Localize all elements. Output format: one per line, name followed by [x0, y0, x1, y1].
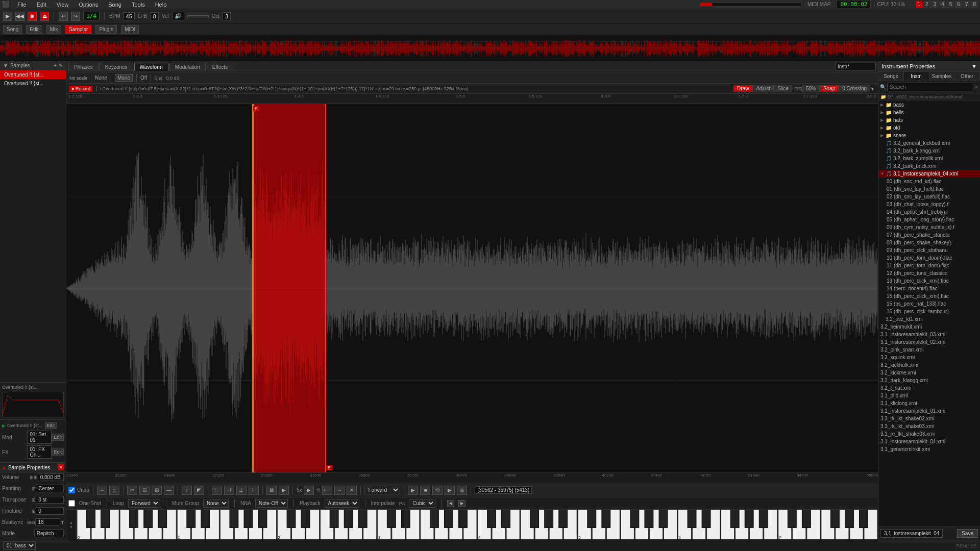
mod-value[interactable]: 01: Set 01	[27, 431, 52, 444]
instr-tab-songs[interactable]: Songs	[878, 72, 904, 81]
tree-file-01[interactable]: 01 (dh_snc_lay_heft).flac	[878, 185, 980, 193]
tree-file-14[interactable]: 14 (perc_nocentri).flac	[878, 285, 980, 292]
pb-pad-btn[interactable]: ⊣	[224, 486, 234, 495]
mod-edit-btn[interactable]: Edit	[52, 434, 64, 441]
pb-zoom-btn[interactable]: ⊠	[266, 486, 277, 495]
tree-file-rk-shake02[interactable]: 3.3_rk_lkt_shake02.xrni	[878, 415, 980, 422]
menu-edit[interactable]: Edit	[35, 2, 48, 8]
samples-add-btn[interactable]: +	[54, 63, 57, 68]
play-sel-btn2[interactable]: ▶	[445, 486, 455, 495]
tree-file-06[interactable]: 06 (dh_cym_noisy_subtle_s).f	[878, 223, 980, 231]
transpose-value[interactable]: 0 st	[36, 496, 64, 504]
crossing-dropdown[interactable]: ▼	[870, 86, 875, 91]
overview-waveform[interactable]	[0, 36, 980, 61]
record-indicator[interactable]: ● Record	[69, 86, 92, 92]
tab-effects[interactable]: Effects	[207, 63, 233, 71]
pb-delete-btn[interactable]: —	[164, 486, 174, 495]
zoom-value[interactable]: 50%	[802, 85, 820, 92]
undo-checkbox[interactable]	[68, 487, 75, 493]
tab-waveform[interactable]: Waveform	[134, 63, 168, 71]
edit-instrument-btn[interactable]: Edit	[45, 422, 57, 429]
tab-phrases[interactable]: Phrases	[68, 63, 99, 71]
tab-modulation[interactable]: Modulation	[169, 63, 206, 71]
nav-back[interactable]: ↩	[59, 12, 68, 21]
pb-normalize-btn[interactable]: ↕	[182, 486, 192, 495]
song-btn[interactable]: Song	[3, 25, 22, 34]
menu-tools[interactable]: Tools	[130, 2, 147, 8]
loop-rev-btn[interactable]: ⟵	[322, 486, 332, 495]
oneshot-checkbox[interactable]	[68, 500, 75, 507]
loop-fwd-btn[interactable]: ▶	[304, 486, 314, 495]
tree-file-12[interactable]: 12 (dh_perc_tune_classico	[878, 269, 980, 277]
loop-pingpong-btn[interactable]: ↔	[334, 486, 345, 495]
panning-value[interactable]: Center	[36, 485, 64, 492]
tree-file-kickbutt[interactable]: 🎵 3.2_general_kickbutt.xrni	[878, 139, 980, 147]
record-button[interactable]: ⏺	[28, 12, 37, 21]
play-button[interactable]: ▶	[3, 12, 12, 21]
tree-file-10[interactable]: 10 (dh_perc_torn_doom).flac	[878, 254, 980, 262]
tree-file-05[interactable]: 05 (dh_aphat_long_story).flac	[878, 216, 980, 223]
midi-btn[interactable]: MIDI	[121, 25, 139, 34]
tree-file-16[interactable]: 16 (dh_perc_clck_tambour)	[878, 308, 980, 315]
tree-file-genericminkit[interactable]: 3.1_genericminkit.xrni	[878, 445, 980, 453]
tree-file-13[interactable]: 13 (dh_perc_click_xrni).flac	[878, 277, 980, 285]
tree-file-instorekit04b[interactable]: 3.1_instoresamplekit_04.xrni	[878, 438, 980, 445]
tree-file-uvz[interactable]: 3.2_uvz_kt1.xrni	[878, 315, 980, 323]
pattern-button[interactable]: ⏏	[40, 12, 49, 21]
tree-file-bark-klangg[interactable]: 🎵 3.2_bark_klangg.xrni	[878, 147, 980, 155]
menu-options[interactable]: Options	[77, 2, 100, 8]
tab-keyzones[interactable]: Keyzones	[100, 63, 133, 71]
draw-btn[interactable]: Draw	[733, 85, 752, 92]
tree-file-squlok[interactable]: 3.2_squlok.xrni	[878, 354, 980, 361]
pb-copy-btn[interactable]: ⊡	[139, 486, 150, 495]
oct-value[interactable]: 3	[223, 12, 231, 20]
pb-warp-btn[interactable]: ⊥	[236, 486, 247, 495]
mute-group-select[interactable]: None	[203, 499, 229, 508]
tree-folder-old[interactable]: ▶ 📁 old	[878, 124, 980, 132]
snap-btn[interactable]: Snap	[820, 85, 839, 92]
pb-fade-btn[interactable]: ◤	[194, 486, 204, 495]
tree-file-instorekit03[interactable]: 3.1_instoresamplekit_03.xrni	[878, 331, 980, 338]
waveform-view[interactable]: S E	[66, 104, 878, 472]
loop-dir-select[interactable]: Forward	[128, 499, 160, 508]
beatsync-value[interactable]: 16	[35, 518, 60, 526]
fx-value[interactable]: 01: FX Ch...	[27, 445, 52, 459]
edit-btn[interactable]: Edit	[26, 25, 42, 34]
pb-glue-btn[interactable]: ⊦	[249, 486, 259, 495]
playback-select[interactable]: Autoseek	[325, 499, 359, 508]
pb-paste-btn[interactable]: ⊞	[152, 486, 162, 495]
sampler-btn[interactable]: Sampler	[65, 25, 91, 34]
vel-value[interactable]: 🔊	[172, 12, 184, 20]
finetune-value[interactable]: 0	[36, 507, 64, 515]
pb-reverse-btn[interactable]: ↔	[97, 486, 107, 495]
tree-folder-bells[interactable]: ▶ 📁 bells	[878, 109, 980, 116]
small-play-1[interactable]: ◀	[447, 500, 454, 507]
tree-folder-snare[interactable]: ▶ 📁 snare	[878, 132, 980, 139]
menu-view[interactable]: View	[55, 2, 71, 8]
instr-tab-samples[interactable]: Samples	[929, 72, 955, 81]
tree-file-re-shake03[interactable]: 3.1_re_lkt_shake03.xrni	[878, 430, 980, 438]
instrument-item-0[interactable]: Overtuned !! {st...	[0, 70, 66, 79]
waveform-selection[interactable]	[253, 104, 326, 472]
play-cross-btn[interactable]: ⊕	[457, 486, 467, 495]
tree-file-15a[interactable]: 15 (dh_perc_click_xrni).flac	[878, 292, 980, 300]
tree-file-11[interactable]: 11 (dh_perc_torn_dom).flac	[878, 262, 980, 269]
pb-slice-btn[interactable]: ⊢	[212, 486, 222, 495]
file-browser[interactable]: ▶ 📁 bass ▶ 📁 bells ▶ 📁 hats ▶ 📁 old ▶	[878, 101, 980, 527]
menu-file[interactable]: File	[15, 2, 29, 8]
piano-keyboard[interactable]: ▲ ▼	[66, 509, 878, 540]
instr-tab-other[interactable]: Other	[954, 72, 980, 81]
plugin-btn[interactable]: Plugin	[95, 25, 117, 34]
tree-file-08[interactable]: 08 (dh_perc_shake_shakey).	[878, 239, 980, 246]
tree-file-pink-snarr[interactable]: 3.2_pink_snarr.xrni	[878, 346, 980, 354]
mono-btn[interactable]: Mono	[115, 74, 133, 82]
tree-file-03[interactable]: 03 (dh_chat_loose_toppy).f	[878, 201, 980, 208]
file-search-input[interactable]	[887, 83, 973, 91]
pb-play-sel-btn[interactable]: ▶	[279, 486, 289, 495]
slice-btn[interactable]: Slice	[774, 85, 792, 92]
stop-button[interactable]: ◀◀	[15, 12, 24, 21]
pb-cut-btn[interactable]: ✂	[127, 486, 137, 495]
loop-play-btn[interactable]: ⟲	[432, 486, 443, 495]
tree-file-02[interactable]: 02 (dh_snc_lay_usefull).flac	[878, 193, 980, 201]
tree-file-instorekit01[interactable]: 3.1_instoresamplekit_01.xrni	[878, 407, 980, 415]
